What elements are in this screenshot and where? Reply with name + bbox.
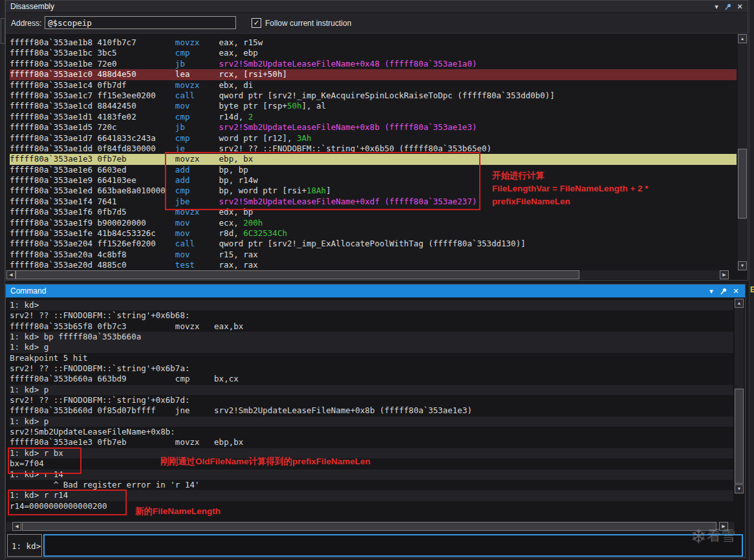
scrollbar-thumb[interactable] xyxy=(735,389,744,484)
kanxue-watermark: ❄看雪 xyxy=(691,525,735,548)
annotation-red-box-bx xyxy=(8,447,81,474)
disasm-line[interactable]: fffff80a`353ae1f9b900020000movecx, 200h xyxy=(10,218,737,228)
command-window: Command ▾ ✕ 1: kd> srv2! ?? ::FNODOBFM::… xyxy=(5,284,746,558)
disasm-line[interactable]: fffff80a`353ae1b8410fb7c7movzxeax, r15w xyxy=(10,38,737,48)
disasm-line[interactable]: fffff80a`353ae1bc3bc5cmpeax, ebp xyxy=(10,48,737,58)
disasm-line[interactable]: fffff80a`353ae1be72e0jbsrv2!Smb2UpdateLe… xyxy=(10,59,737,69)
disasm-line[interactable]: fffff80a`353ae1d5720cjbsrv2!Smb2UpdateLe… xyxy=(10,122,737,133)
disasm-line[interactable]: fffff80a`353ae20d4885c0testrax, rax xyxy=(10,260,737,270)
address-input[interactable] xyxy=(45,16,236,29)
command-line: ^ Bad register error in 'r 14' xyxy=(10,480,733,490)
command-line: srv2! ?? ::FNODOBFM::`string'+0x6b7d: xyxy=(10,395,733,405)
command-title-bar[interactable]: Command ▾ ✕ xyxy=(6,285,745,297)
disasm-line[interactable]: fffff80a`353ae1fe41b84c53326cmovr8d, 6C3… xyxy=(10,228,737,239)
close-icon[interactable]: ✕ xyxy=(731,285,741,297)
disasm-line[interactable]: fffff80a`353ae1d76641833c243acmpword ptr… xyxy=(10,133,737,144)
command-line: srv2!Smb2UpdateLeaseFileName+0x8b: xyxy=(10,427,733,437)
disasm-line[interactable]: fffff80a`353ae20a4c8bf8movr15, rax xyxy=(10,250,737,260)
scroll-down-icon[interactable]: ▼ xyxy=(738,261,747,270)
command-line: 1: kd> bp fffff80a`353b660a xyxy=(10,332,733,342)
chevron-down-icon[interactable]: ▾ xyxy=(711,1,722,12)
scroll-down-icon[interactable]: ▼ xyxy=(735,484,744,493)
kd-prompt-label: 1: kd> xyxy=(7,534,42,557)
windbg-workspace: E Disassembly ▾ ✕ Address: ✓ Follow curr… xyxy=(0,0,754,560)
annotation-red-box-r14 xyxy=(8,490,127,515)
command-line: fffff80a`353ae1e3 0fb7eb movzx ebp,bx xyxy=(10,437,733,447)
command-line: srv2! ?? ::FNODOBFM::`string'+0x6b68: xyxy=(10,310,733,321)
pin-icon[interactable] xyxy=(718,285,729,297)
disassembly-title: Disassembly xyxy=(10,2,54,11)
disasm-line[interactable]: fffff80a`353ae1d14183fe02cmpr14d, 2 xyxy=(10,112,737,122)
scrollbar-thumb[interactable] xyxy=(22,522,716,531)
annotation-red-box xyxy=(165,152,480,210)
command-line: fffff80a`353b65f8 0fb7c3 movzx eax,bx xyxy=(10,321,733,332)
left-dock-edge xyxy=(0,0,5,560)
command-line: fffff80a`353b660a 663bd9 cmp bx,cx xyxy=(10,374,733,384)
disasm-line[interactable]: fffff80a`353ae1c40fb7dfmovzxebx, di xyxy=(10,80,737,91)
command-output: 1: kd> srv2! ?? ::FNODOBFM::`string'+0x6… xyxy=(10,300,733,512)
follow-current-instruction-checkbox[interactable]: ✓ xyxy=(252,18,261,28)
disasm-line[interactable]: fffff80a`353ae1c7ff15e3ee0200callqword p… xyxy=(10,91,737,101)
command-input-row: 1: kd> xyxy=(6,533,745,558)
disassembly-window: Disassembly ▾ ✕ Address: ✓ Follow curren… xyxy=(5,0,748,281)
command-vertical-scrollbar[interactable]: ▲ ▼ xyxy=(735,298,744,494)
scroll-left-icon[interactable]: ◀ xyxy=(12,522,21,531)
calc-annotation: 开始进行计算 FileLengthVar = FileNameLength + … xyxy=(492,169,649,208)
follow-checkbox-label: Follow current instruction xyxy=(265,19,351,28)
disassembly-title-bar[interactable]: Disassembly ▾ ✕ xyxy=(6,1,748,12)
command-line: Breakpoint 5 hit xyxy=(10,353,733,363)
disassembly-horizontal-scrollbar[interactable]: ◀ ▶ xyxy=(6,270,729,279)
pin-icon[interactable] xyxy=(723,1,733,12)
command-line: 1: kd> xyxy=(10,300,733,310)
scrollbar-thumb[interactable] xyxy=(738,149,747,219)
command-line: 1: kd> r bx xyxy=(10,448,733,458)
disasm-line[interactable]: fffff80a`353ae1c0488d4e50learcx, [rsi+50… xyxy=(10,69,737,80)
command-line: 1: kd> p xyxy=(10,385,733,395)
check-icon: ✓ xyxy=(253,19,259,27)
right-dock-edge xyxy=(749,0,754,560)
disasm-line[interactable]: fffff80a`353ae204ff1526ef0200callqword p… xyxy=(10,239,737,249)
left-dock-splitter[interactable] xyxy=(1,18,5,44)
scroll-up-icon[interactable]: ▲ xyxy=(738,34,747,43)
command-line: 1: kd> r 14 xyxy=(10,469,733,480)
command-line: bx=7f04 xyxy=(10,458,733,469)
prefix-filename-annotation: 刚刚通过OldFileName计算得到的prefixFileNameLen xyxy=(160,456,371,468)
snowflake-icon: ❄ xyxy=(691,526,707,547)
command-line: 1: kd> p xyxy=(10,416,733,427)
new-filenamelength-annotation: 新的FileNameLength xyxy=(135,506,221,517)
command-line: srv2! ?? ::FNODOBFM::`string'+0x6b7a: xyxy=(10,363,733,374)
chevron-down-icon[interactable]: ▾ xyxy=(706,285,716,297)
disassembly-vertical-scrollbar[interactable]: ▲ ▼ xyxy=(738,34,747,271)
command-input[interactable] xyxy=(43,534,743,557)
scrollbar-thumb[interactable] xyxy=(16,270,579,279)
command-title: Command xyxy=(10,286,46,296)
command-line: 1: kd> g xyxy=(10,342,733,352)
scroll-up-icon[interactable]: ▲ xyxy=(735,299,744,308)
command-line: fffff80a`353b660d 0f85d07bffff jne srv2!… xyxy=(10,405,733,416)
scroll-left-icon[interactable]: ◀ xyxy=(6,270,16,279)
command-horizontal-scrollbar[interactable]: ◀ ▶ xyxy=(6,522,735,531)
disasm-line[interactable]: fffff80a`353ae1cd88442450movbyte ptr [rs… xyxy=(10,101,737,111)
address-label: Address: xyxy=(11,19,41,28)
close-icon[interactable]: ✕ xyxy=(735,1,745,12)
disassembly-toolbar: Address: ✓ Follow current instruction xyxy=(6,13,748,34)
docked-window-edge-label: E xyxy=(750,285,754,294)
scroll-right-icon[interactable]: ▶ xyxy=(720,270,729,279)
